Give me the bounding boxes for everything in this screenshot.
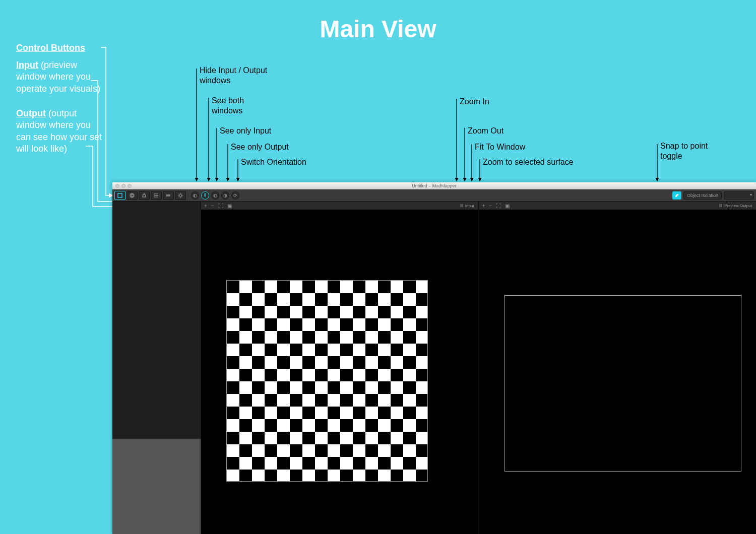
app-titlebar: Untitled – MadMapper (112, 182, 756, 189)
label-input-title: Input (16, 60, 38, 70)
hide-io-button[interactable]: ◐ (191, 191, 199, 199)
app-window: Untitled – MadMapper ◐ ⦀ (112, 182, 756, 534)
panes-container: + − ⛶ ▣ Input + − ⛶ ▣ Preview Output (201, 202, 756, 534)
fixtures-button[interactable] (139, 191, 150, 200)
see-input-button[interactable]: ◐ (211, 191, 219, 199)
fit-window-button[interactable]: ⛶ (496, 203, 501, 209)
output-surface-rect[interactable] (505, 295, 741, 472)
label-control-buttons-text: Control Buttons (16, 43, 85, 53)
settings-button[interactable] (175, 191, 186, 200)
callout-zoom-out: Zoom Out (468, 126, 503, 136)
zoom-selected-button[interactable]: ▣ (505, 203, 510, 209)
minimize-icon[interactable] (121, 184, 125, 188)
zoom-selected-button[interactable]: ▣ (227, 203, 232, 209)
callout-hide-io: Hide Input / Output windows (200, 65, 280, 86)
snap-toggle-button[interactable] (672, 191, 681, 199)
input-pane-toolbar: + − ⛶ ▣ Input (201, 202, 478, 210)
output-pane: + − ⛶ ▣ Preview Output (479, 202, 757, 534)
zoom-out-button[interactable]: − (211, 203, 214, 209)
svg-rect-13 (166, 194, 170, 196)
mask-button[interactable] (127, 191, 138, 200)
sidebar (112, 202, 201, 534)
svg-point-14 (179, 194, 181, 196)
app-title: Untitled – MadMapper (412, 183, 457, 188)
object-isolation-label: Object Isolation (683, 191, 722, 199)
app-toolbar: ◐ ⦀ ◐ ◑ ⟳ Object Isolation (112, 189, 756, 202)
page-title: Main View (0, 15, 756, 43)
output-pane-toolbar: + − ⛶ ▣ Preview Output (479, 202, 757, 210)
callout-see-both: See both windows (212, 96, 272, 116)
svg-point-11 (130, 193, 134, 197)
toolbar-right-group: Object Isolation (672, 191, 754, 199)
toolbar-view-group: ◐ ⦀ ◐ ◑ ⟳ (191, 191, 239, 199)
callout-see-input: See only Input (220, 126, 271, 136)
see-both-button[interactable]: ⦀ (201, 191, 209, 199)
toolbar-left-group (112, 191, 188, 200)
callout-zoom-in: Zoom In (460, 97, 489, 107)
zoom-in-button[interactable]: + (204, 203, 207, 209)
callout-switch-orient: Switch Orientation (241, 157, 306, 167)
zoom-icon[interactable] (128, 184, 132, 188)
app-body: + − ⛶ ▣ Input + − ⛶ ▣ Preview Output (112, 202, 756, 534)
switch-orientation-button[interactable]: ⟳ (231, 191, 239, 199)
input-pane: + − ⛶ ▣ Input (201, 202, 478, 534)
list-button[interactable] (151, 191, 162, 200)
label-output: Output (output window where you can see … (16, 108, 107, 155)
output-canvas[interactable] (479, 210, 757, 534)
checkerboard-surface[interactable] (226, 280, 428, 482)
media-button[interactable] (163, 191, 174, 200)
sidebar-list[interactable] (112, 202, 201, 438)
surfaces-button[interactable] (114, 191, 125, 200)
fit-window-button[interactable]: ⛶ (218, 203, 223, 209)
zoom-out-button[interactable]: − (489, 203, 492, 209)
label-control-buttons: Control Buttons (16, 42, 85, 54)
callout-see-output: See only Output (231, 142, 289, 152)
label-input: Input (prieview window where you operate… (16, 59, 107, 95)
input-canvas[interactable] (201, 210, 478, 534)
window-traffic-lights[interactable] (115, 184, 132, 188)
output-pane-label: Preview Output (719, 204, 752, 208)
callout-zoom-selected: Zoom to selected surface (483, 157, 574, 167)
input-pane-label: Input (460, 204, 474, 208)
see-output-button[interactable]: ◑ (221, 191, 229, 199)
label-output-title: Output (16, 108, 46, 118)
callout-snap: Snap to point toggle (660, 141, 731, 161)
svg-rect-12 (131, 194, 133, 196)
close-icon[interactable] (115, 184, 119, 188)
svg-rect-10 (118, 193, 122, 197)
callout-fit-window: Fit To Window (475, 142, 525, 152)
object-isolation-select[interactable] (724, 191, 754, 199)
sidebar-preview (112, 438, 201, 534)
zoom-in-button[interactable]: + (482, 203, 485, 209)
